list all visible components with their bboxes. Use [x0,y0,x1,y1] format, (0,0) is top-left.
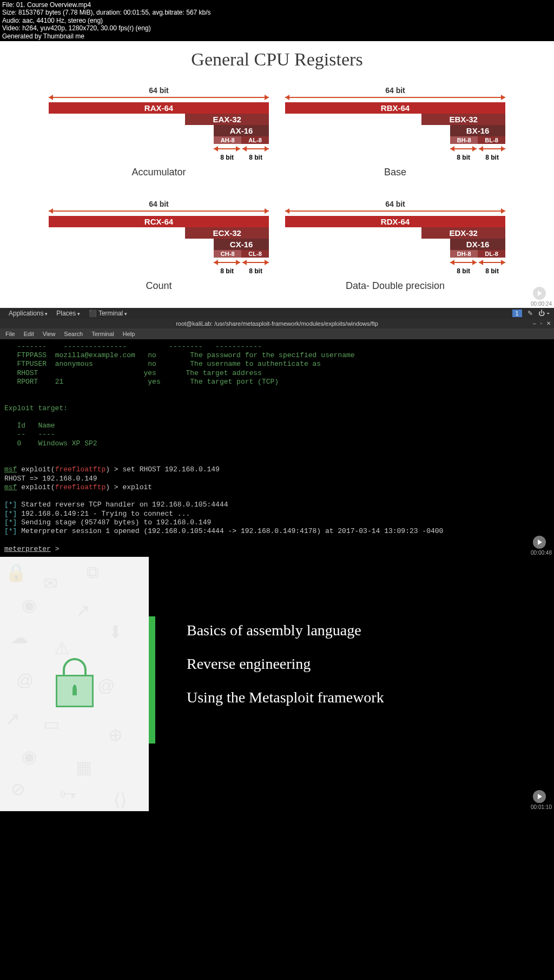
reg-64-label: RAX-64 [49,102,269,114]
frame-terminal: Applications Places ⬛ Terminal 1 ✎ ⏻ ▾ r… [0,308,554,557]
reg-8h-label: CH-8 [214,250,241,258]
terminal-menubar: File Edit View Search Terminal Help [0,328,554,339]
topics-list: Basics of assembly language Reverse engi… [149,557,554,811]
terminal-output: ------- --------------- -------- -------… [4,343,550,554]
bit-label-64: 64 bit [49,86,269,95]
metadata-size: Size: 8153767 bytes (7.78 MiB), duration… [2,9,552,16]
window-title: root@kaliLab: /usr/share/metasploit-fram… [176,320,378,327]
reg-8h-label: AH-8 [214,136,241,144]
terminal-content[interactable]: ------- --------------- -------- -------… [0,339,554,557]
register-rdx: 64 bit RDX-64 EDX-32 DX-16 DH-8 DL-8 8 b… [285,200,505,292]
arrow-64 [285,97,505,98]
close-button[interactable]: ✕ [546,320,551,326]
bit-label-8: 8 bit [479,154,505,161]
bit-label-8: 8 bit [479,267,505,275]
reg-16-label: AX-16 [214,125,269,136]
reg-16-label: BX-16 [450,125,505,136]
arrow-8 [242,262,269,263]
arrow-8 [479,262,505,263]
reg-32-label: EDX-32 [421,227,505,239]
video-metadata: File: 01. Course Overview.mp4 Size: 8153… [0,0,554,41]
menu-help[interactable]: Help [123,331,135,337]
bit-label-8: 8 bit [450,267,477,275]
page-title: General CPU Registers [0,49,554,70]
register-name: Accumulator [49,167,269,178]
power-icon[interactable]: ⏻ ▾ [538,310,550,317]
reg-8l-label: CL-8 [241,250,269,258]
menu-file[interactable]: File [5,331,15,337]
bit-label-8: 8 bit [214,267,240,275]
minimize-button[interactable]: – [533,320,536,326]
frame-timestamp: 00:01:10 [531,804,552,810]
frame-cpu-registers: General CPU Registers 64 bit RAX-64 EAX-… [0,41,554,308]
record-icon[interactable]: ✎ [527,310,533,317]
bit-label-64: 64 bit [285,200,505,208]
topic-item: Basics of assembly language [187,622,554,639]
topic-item: Reverse engineering [187,655,554,673]
metadata-generated: Generated by Thumbnail me [2,32,552,40]
bit-label-8: 8 bit [242,154,269,161]
register-name: Data- Double precision [285,280,505,292]
lock-panel: 🔒 ✉ ⧉ ◉ ↗ ⬇ ☁ ⚠ @ @ ↗ ▭ ⊕ ◉ ▦ ⊘ 🗝 ⟨⟩ [0,557,149,811]
arrow-64 [285,211,505,212]
metadata-video: Video: h264, yuv420p, 1280x720, 30.00 fp… [2,24,552,32]
topic-item: Using the Metasploit framework [187,689,554,706]
metadata-audio: Audio: aac, 44100 Hz, stereo (eng) [2,17,552,24]
register-rbx: 64 bit RBX-64 EBX-32 BX-16 BH-8 BL-8 8 b… [285,86,505,178]
play-icon [533,536,546,549]
registers-grid: 64 bit RAX-64 EAX-32 AX-16 AH-8 AL-8 8 b… [0,86,554,292]
register-name: Count [49,280,269,292]
menu-view[interactable]: View [43,331,56,337]
arrow-8 [214,262,240,263]
register-name: Base [285,167,505,178]
bit-label-8: 8 bit [242,267,269,275]
frame-topics: 🔒 ✉ ⧉ ◉ ↗ ⬇ ☁ ⚠ @ @ ↗ ▭ ⊕ ◉ ▦ ⊘ 🗝 ⟨⟩ Bas… [0,557,554,811]
menu-terminal[interactable]: Terminal [91,331,114,337]
arrow-64 [49,97,269,98]
reg-8h-label: BH-8 [450,136,478,144]
arrow-8 [214,148,240,149]
frame-timestamp: 00:00:24 [531,301,552,307]
reg-8l-label: BL-8 [478,136,505,144]
bit-label-8: 8 bit [450,154,477,161]
bit-label-64: 64 bit [285,86,505,95]
workspace-indicator[interactable]: 1 [512,310,522,317]
menu-search[interactable]: Search [64,331,83,337]
gnome-top-bar: Applications Places ⬛ Terminal 1 ✎ ⏻ ▾ [0,308,554,319]
reg-64-label: RBX-64 [285,102,505,114]
frame-timestamp: 00:00:48 [531,550,552,556]
window-titlebar: root@kaliLab: /usr/share/metasploit-fram… [0,319,554,328]
bit-label-64: 64 bit [49,200,269,208]
reg-64-label: RDX-64 [285,216,505,227]
accent-bar [149,616,155,744]
reg-16-label: CX-16 [214,239,269,250]
reg-32-label: ECX-32 [185,227,269,239]
arrow-8 [450,148,477,149]
maximize-button[interactable]: ▫ [540,320,542,326]
arrow-8 [450,262,477,263]
terminal-menu-item[interactable]: ⬛ Terminal [84,310,131,317]
reg-64-label: RCX-64 [49,216,269,227]
play-icon [533,287,546,300]
places-menu[interactable]: Places [52,310,84,317]
applications-menu[interactable]: Applications [4,310,52,317]
arrow-64 [49,211,269,212]
reg-32-label: EBX-32 [421,114,505,125]
play-icon [533,790,546,803]
arrow-8 [242,148,269,149]
reg-8l-label: DL-8 [478,250,505,258]
register-rax: 64 bit RAX-64 EAX-32 AX-16 AH-8 AL-8 8 b… [49,86,269,178]
bit-label-8: 8 bit [214,154,240,161]
reg-32-label: EAX-32 [185,114,269,125]
metadata-file: File: 01. Course Overview.mp4 [2,1,552,9]
reg-8h-label: DH-8 [450,250,478,258]
menu-edit[interactable]: Edit [24,331,34,337]
reg-16-label: DX-16 [450,239,505,250]
register-rcx: 64 bit RCX-64 ECX-32 CX-16 CH-8 CL-8 8 b… [49,200,269,292]
reg-8l-label: AL-8 [241,136,269,144]
arrow-8 [479,148,505,149]
